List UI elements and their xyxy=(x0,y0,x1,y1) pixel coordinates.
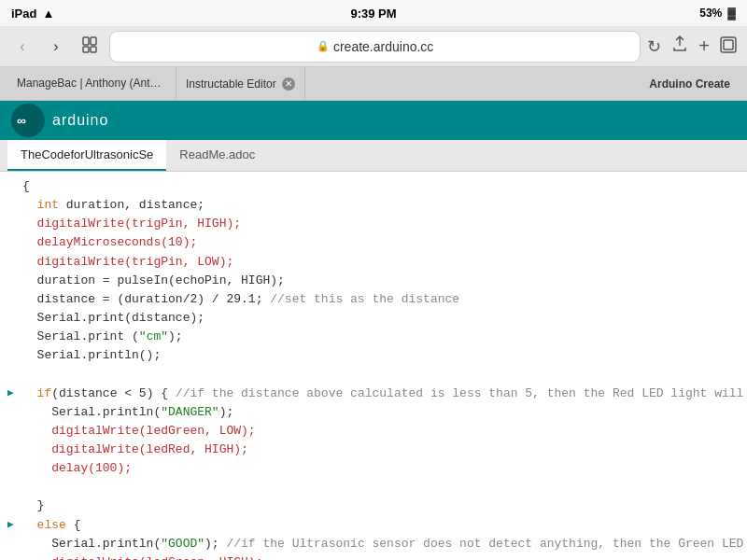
code-line-13: Serial.println("DANGER"); xyxy=(7,403,740,422)
share-button[interactable] xyxy=(670,35,689,58)
code-line-1: { xyxy=(7,177,740,196)
code-area[interactable]: { int duration, distance; digitalWrite(t… xyxy=(0,172,747,560)
code-line-21: digitalWrite(ledGreen, HIGH); xyxy=(7,553,740,560)
line-text-4: delayMicroseconds(10); xyxy=(22,233,740,252)
tab-managebac-label: ManageBac | Anthony (Anthony Wang) Wang … xyxy=(17,76,166,91)
tab-managebac[interactable]: ManageBac | Anthony (Anthony Wang) Wang … xyxy=(7,67,176,100)
tab-code-file[interactable]: TheCodeforUltrasonicSe xyxy=(7,140,166,171)
line-text-10: Serial.println(); xyxy=(22,346,740,365)
back-button[interactable]: ‹ xyxy=(9,34,35,60)
line-text-15: digitalWrite(ledRed, HIGH); xyxy=(22,441,740,459)
code-line-20: Serial.println("GOOD"); //if the Ultraso… xyxy=(7,535,740,553)
line-text-18: } xyxy=(22,497,740,515)
arduino-logo: ∞ xyxy=(11,104,45,137)
address-bar[interactable]: 🔒 create.arduino.cc xyxy=(110,32,640,62)
line-text-6: duration = pulseIn(echoPin, HIGH); xyxy=(22,272,740,290)
line-text-14: digitalWrite(ledGreen, LOW); xyxy=(22,422,740,441)
line-text-8: Serial.print(distance); xyxy=(22,309,740,328)
code-line-9: Serial.print ("cm"); xyxy=(7,328,740,346)
tab-code-file-label: TheCodeforUltrasonicSe xyxy=(21,147,153,161)
line-text-7: distance = (duration/2) / 29.1; //set th… xyxy=(22,290,740,309)
tab-readme[interactable]: ReadMe.adoc xyxy=(166,140,268,171)
svg-rect-1 xyxy=(91,37,96,45)
code-line-3: digitalWrite(trigPin, HIGH); xyxy=(7,215,740,233)
svg-rect-0 xyxy=(83,37,89,45)
editor-tabs: TheCodeforUltrasonicSe ReadMe.adoc xyxy=(0,140,747,172)
tabs-button[interactable] xyxy=(719,35,738,58)
line-text-1: { xyxy=(22,177,740,196)
status-bar: iPad ▲ 9:39 PM 53% ▓ xyxy=(0,0,747,26)
code-line-11 xyxy=(7,365,740,384)
battery-icon: ▓ xyxy=(727,7,736,20)
code-line-17 xyxy=(7,478,740,497)
code-line-19: ▶ else { xyxy=(7,516,740,535)
battery-label: 53% xyxy=(699,7,722,20)
line-text-5: digitalWrite(trigPin, LOW); xyxy=(22,253,740,272)
line-text-12: if(distance < 5) { //if the distance abo… xyxy=(22,385,747,403)
add-tab-button[interactable]: + xyxy=(698,35,710,57)
line-text-3: digitalWrite(trigPin, HIGH); xyxy=(22,215,740,233)
toolbar-actions: ↻ + xyxy=(647,35,738,58)
status-right: 53% ▓ xyxy=(699,7,736,20)
code-line-8: Serial.print(distance); xyxy=(7,309,740,328)
line-text-2: int duration, distance; xyxy=(22,196,740,215)
code-line-5: digitalWrite(trigPin, LOW); xyxy=(7,253,740,272)
svg-rect-3 xyxy=(91,47,96,52)
tab-instructable-label: Instructable Editor xyxy=(186,77,276,91)
line-text-13: Serial.println("DANGER"); xyxy=(22,403,740,422)
status-time: 9:39 PM xyxy=(350,7,396,21)
line-text-16: delay(100); xyxy=(22,459,740,478)
arduino-header: ∞ arduino xyxy=(0,101,747,140)
line-text-9: Serial.print ("cm"); xyxy=(22,328,740,346)
tab-instructable[interactable]: Instructable Editor ✕ xyxy=(176,67,305,100)
tab-bar: ManageBac | Anthony (Anthony Wang) Wang … xyxy=(0,67,747,101)
main-content: TheCodeforUltrasonicSe ReadMe.adoc { int… xyxy=(0,140,747,560)
code-line-18: } xyxy=(7,497,740,515)
code-line-6: duration = pulseIn(echoPin, HIGH); xyxy=(7,272,740,290)
code-line-16: delay(100); xyxy=(7,459,740,478)
code-content: { int duration, distance; digitalWrite(t… xyxy=(0,177,747,560)
svg-rect-5 xyxy=(724,40,733,49)
tab-close-instructable[interactable]: ✕ xyxy=(282,77,295,91)
code-line-7: distance = (duration/2) / 29.1; //set th… xyxy=(7,290,740,309)
svg-rect-2 xyxy=(83,47,89,52)
code-line-14: digitalWrite(ledGreen, LOW); xyxy=(7,422,740,441)
code-line-2: int duration, distance; xyxy=(7,196,740,215)
code-line-10: Serial.println(); xyxy=(7,346,740,365)
line-text-20: Serial.println("GOOD"); //if the Ultraso… xyxy=(22,535,747,553)
code-line-12: ▶ if(distance < 5) { //if the distance a… xyxy=(7,385,740,403)
bookmark-button[interactable] xyxy=(77,34,103,60)
line-text-19: else { xyxy=(22,516,740,535)
tab-arduino-create: Arduino Create xyxy=(640,67,740,100)
code-line-4: delayMicroseconds(10); xyxy=(7,233,740,252)
browser-toolbar: ‹ › 🔒 create.arduino.cc ↻ + xyxy=(0,26,747,67)
svg-text:∞: ∞ xyxy=(17,113,26,128)
line-text-21: digitalWrite(ledGreen, HIGH); xyxy=(22,553,740,560)
carrier-label: iPad xyxy=(11,7,36,21)
url-text: create.arduino.cc xyxy=(333,39,433,54)
gutter-19: ▶ xyxy=(7,516,21,534)
status-left: iPad ▲ xyxy=(11,7,54,21)
tab-readme-label: ReadMe.adoc xyxy=(179,147,255,161)
lock-icon: 🔒 xyxy=(317,40,330,52)
tab-arduino-label: Arduino Create xyxy=(649,77,730,91)
code-line-15: digitalWrite(ledRed, HIGH); xyxy=(7,441,740,459)
arduino-brand: arduino xyxy=(52,112,108,129)
reload-button[interactable]: ↻ xyxy=(647,36,661,57)
wifi-icon: ▲ xyxy=(42,7,54,21)
forward-button[interactable]: › xyxy=(43,34,69,60)
gutter-12: ▶ xyxy=(7,385,21,402)
